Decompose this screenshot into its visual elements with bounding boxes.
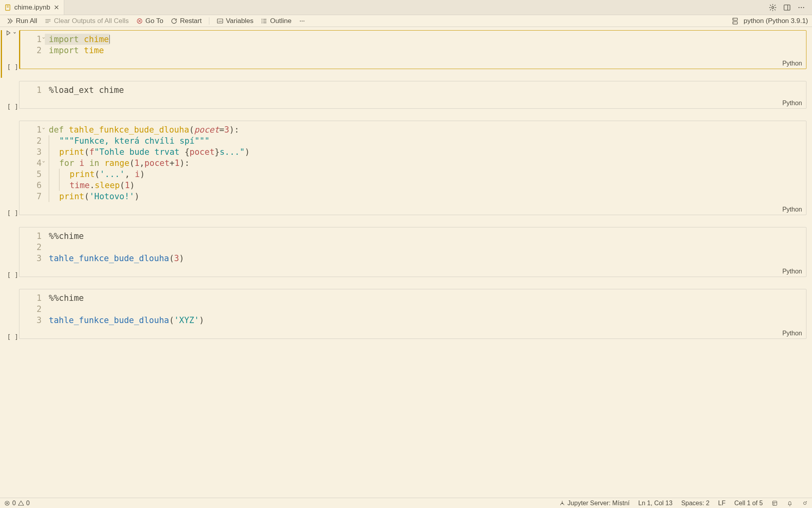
notebook-toolbar: Run All Clear Outputs of All Cells Go To… <box>0 15 812 27</box>
svg-rect-4 <box>784 5 790 10</box>
code-line[interactable]: tahle_funkce_bude_dlouha(3) <box>45 253 184 264</box>
svg-point-18 <box>300 20 301 21</box>
jupyter-label: Jupyter Server: Místní <box>567 500 630 507</box>
clear-outputs-button[interactable]: Clear Outputs of All Cells <box>42 16 131 26</box>
kernel-selector[interactable]: python (Python 3.9.1) <box>743 17 808 25</box>
toolbar-more-button[interactable] <box>296 17 308 25</box>
tab-chime[interactable]: chime.ipynb <box>0 0 64 15</box>
cell-editor[interactable]: 1%load_ext chimePython <box>19 81 806 109</box>
jupyter-server-status[interactable]: Jupyter Server: Místní <box>559 500 630 507</box>
error-count: 0 <box>12 500 16 507</box>
cell-language-label[interactable]: Python <box>19 59 806 69</box>
code-line[interactable]: %%chime <box>45 231 84 242</box>
code-line[interactable]: print(f"Tohle bude trvat {pocet}s...") <box>45 146 250 158</box>
line-number: 2 <box>19 304 45 315</box>
gear-icon[interactable] <box>768 3 777 12</box>
more-icon <box>299 17 306 25</box>
eol-indicator[interactable]: LF <box>718 500 726 507</box>
line-number: 2 <box>19 242 45 253</box>
goto-button[interactable]: Go To <box>134 16 166 26</box>
code-line[interactable] <box>45 304 49 315</box>
svg-point-3 <box>772 6 774 8</box>
svg-point-28 <box>804 502 806 504</box>
svg-point-12 <box>262 19 262 19</box>
tab-bar: chime.ipynb <box>0 0 812 15</box>
fold-chevron-icon[interactable] <box>42 160 46 165</box>
cell-gutter: [ ] <box>0 30 19 69</box>
svg-point-29 <box>806 501 807 502</box>
code-cell[interactable]: [ ]1import chime2import timePython <box>0 30 812 69</box>
line-number: 1 <box>19 85 45 96</box>
code-cell[interactable]: [ ]1%load_ext chimePython <box>0 81 812 109</box>
run-all-button[interactable]: Run All <box>4 16 40 26</box>
jupyter-indicator-icon[interactable] <box>802 500 808 506</box>
svg-text:x=: x= <box>218 19 222 23</box>
code-line[interactable]: def tahle_funkce_bude_dlouha(pocet=3): <box>45 124 239 135</box>
cursor-position[interactable]: Ln 1, Col 13 <box>638 500 672 507</box>
code-line[interactable]: print('Hotovo!') <box>45 191 140 202</box>
line-number: 3 <box>19 253 45 264</box>
restart-button[interactable]: Restart <box>168 16 204 26</box>
more-icon[interactable] <box>797 3 806 12</box>
line-number: 2 <box>19 135 45 146</box>
code-line[interactable]: %load_ext chime <box>45 85 124 96</box>
cell-editor[interactable]: 1%%chime23tahle_funkce_bude_dlouha('XYZ'… <box>19 289 806 339</box>
cell-language-label[interactable]: Python <box>19 267 806 277</box>
code-cell[interactable]: [ ]1def tahle_funkce_bude_dlouha(pocet=3… <box>0 121 812 215</box>
cell-editor[interactable]: 1%%chime23tahle_funkce_bude_dlouha(3)Pyt… <box>19 227 806 277</box>
code-line[interactable]: print('...', i) <box>45 169 145 180</box>
variables-icon: x= <box>216 17 224 25</box>
clear-outputs-label: Clear Outputs of All Cells <box>54 17 129 25</box>
svg-point-26 <box>561 502 563 504</box>
svg-point-13 <box>262 20 262 21</box>
problems-button[interactable]: 0 0 <box>4 500 30 507</box>
code-line[interactable]: """Funkce, která chvíli spí""" <box>45 135 210 146</box>
line-number: 6 <box>19 180 45 191</box>
code-line[interactable]: import time <box>45 45 104 56</box>
close-icon[interactable] <box>54 4 60 11</box>
cell-language-label[interactable]: Python <box>19 205 806 215</box>
svg-point-7 <box>801 7 802 8</box>
fold-chevron-icon[interactable] <box>42 36 46 41</box>
cell-editor[interactable]: 1import chime2import timePython <box>19 30 806 69</box>
variables-button[interactable]: x= Variables <box>214 16 256 26</box>
indent-spaces[interactable]: Spaces: 2 <box>681 500 709 507</box>
svg-point-6 <box>799 7 800 8</box>
goto-icon <box>136 17 143 25</box>
restart-label: Restart <box>180 17 202 25</box>
code-cell[interactable]: [ ]1%%chime23tahle_funkce_bude_dlouha('X… <box>0 289 812 339</box>
line-number: 1 <box>19 34 45 45</box>
text-cursor <box>109 35 110 44</box>
fold-chevron-icon[interactable] <box>42 127 46 131</box>
variables-label: Variables <box>226 17 254 25</box>
code-line[interactable]: %%chime <box>45 292 84 304</box>
bell-icon[interactable] <box>787 500 793 506</box>
split-panel-icon[interactable] <box>783 3 791 12</box>
line-number: 1 <box>19 124 45 135</box>
execution-count: [ ] <box>7 103 19 110</box>
cell-editor[interactable]: 1def tahle_funkce_bude_dlouha(pocet=3):2… <box>19 121 806 215</box>
server-icon[interactable] <box>731 17 739 25</box>
execution-count: [ ] <box>7 210 19 217</box>
code-line[interactable]: tahle_funkce_bude_dlouha('XYZ') <box>45 315 204 326</box>
svg-rect-0 <box>6 5 10 10</box>
customize-layout-icon[interactable] <box>772 500 778 506</box>
code-line[interactable] <box>45 242 49 253</box>
cell-position[interactable]: Cell 1 of 5 <box>734 500 763 507</box>
run-all-label: Run All <box>16 17 37 25</box>
code-cell[interactable]: [ ]1%%chime23tahle_funkce_bude_dlouha(3)… <box>0 227 812 277</box>
cell-language-label[interactable]: Python <box>19 329 806 339</box>
cell-language-label[interactable]: Python <box>19 99 806 108</box>
line-number: 1 <box>19 292 45 304</box>
code-line[interactable]: for i in range(1,pocet+1): <box>45 158 190 169</box>
outline-button[interactable]: Outline <box>258 16 294 26</box>
run-cell-button[interactable] <box>6 30 17 36</box>
cell-gutter: [ ] <box>0 121 19 215</box>
code-line[interactable]: import chime <box>45 34 110 45</box>
execution-count: [ ] <box>7 64 19 71</box>
line-number: 5 <box>19 169 45 180</box>
code-line[interactable]: time.sleep(1) <box>45 180 135 191</box>
line-number: 1 <box>19 231 45 242</box>
cell-gutter: [ ] <box>0 289 19 339</box>
svg-rect-27 <box>773 501 777 505</box>
